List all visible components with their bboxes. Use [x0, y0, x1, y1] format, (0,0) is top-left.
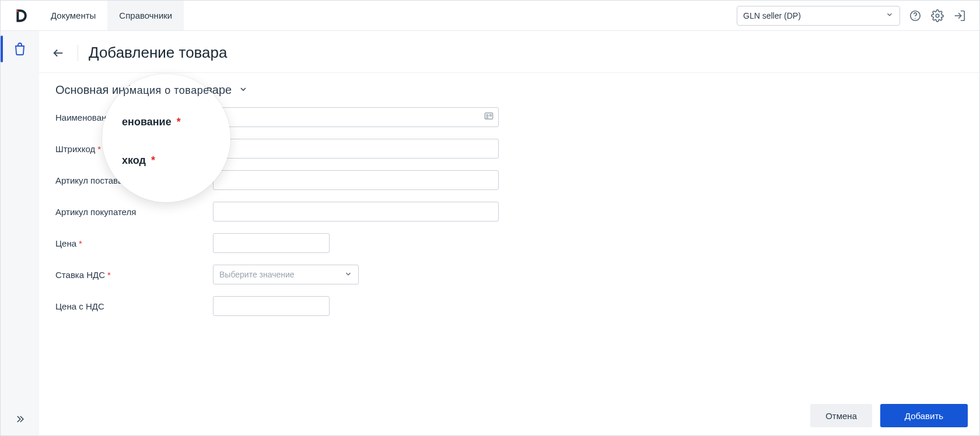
cancel-button[interactable]: Отмена	[810, 404, 872, 427]
nav-directories-label: Справочники	[119, 10, 172, 20]
app-logo	[1, 1, 39, 30]
sidebar	[1, 31, 39, 435]
required-mark: *	[107, 270, 111, 280]
row-name: Наименование*	[55, 107, 963, 127]
divider	[78, 45, 78, 61]
topbar-right: GLN seller (DP)	[737, 1, 979, 30]
sidebar-expand[interactable]	[1, 413, 39, 425]
chevron-down-icon	[239, 83, 248, 97]
label-vat-rate: Ставка НДС*	[55, 270, 213, 280]
row-barcode: Штрихкод*	[55, 139, 963, 159]
label-price: Цена*	[55, 238, 213, 248]
section-header[interactable]: Основная информация о товаре	[55, 83, 963, 97]
svg-point-2	[936, 14, 939, 17]
topbar: Документы Справочники GLN seller (DP)	[1, 1, 979, 31]
chevrons-right-icon	[14, 413, 26, 425]
logout-icon	[953, 9, 966, 22]
label-price-with-vat: Цена с НДС	[55, 301, 213, 311]
chevron-down-icon	[886, 10, 894, 20]
input-article-buyer[interactable]	[213, 202, 499, 221]
card-icon[interactable]	[484, 111, 494, 124]
select-vat-rate[interactable]: Выберите значение	[213, 265, 359, 284]
shopping-bag-icon	[13, 42, 27, 56]
label-barcode: Штрихкод*	[55, 144, 213, 154]
content: Добавление товара Основная информация о …	[39, 31, 979, 435]
input-barcode[interactable]	[213, 139, 499, 159]
label-name: Наименование*	[55, 112, 213, 122]
chevron-down-icon	[344, 270, 352, 280]
logo-icon	[12, 8, 28, 24]
help-button[interactable]	[908, 9, 922, 23]
row-price-with-vat: Цена с НДС	[55, 296, 963, 316]
svg-point-1	[915, 17, 916, 19]
role-selector[interactable]: GLN seller (DP)	[737, 6, 900, 26]
input-article-supplier[interactable]	[213, 170, 499, 190]
section-title: Основная информация о товаре	[55, 83, 232, 97]
role-selector-label: GLN seller (DP)	[743, 11, 801, 20]
select-vat-rate-placeholder: Выберите значение	[219, 270, 295, 279]
arrow-left-icon	[52, 47, 65, 59]
back-button[interactable]	[50, 44, 67, 62]
row-price: Цена*	[55, 233, 963, 253]
label-article-supplier: Артикул поставщика	[55, 175, 213, 185]
nav-documents[interactable]: Документы	[39, 1, 107, 30]
row-article-buyer: Артикул покупателя	[55, 202, 963, 221]
gear-icon	[931, 9, 944, 22]
form-footer: Отмена Добавить	[810, 404, 968, 427]
input-price-with-vat[interactable]	[213, 296, 330, 316]
top-nav: Документы Справочники	[39, 1, 184, 30]
settings-button[interactable]	[930, 9, 944, 23]
submit-button[interactable]: Добавить	[880, 404, 968, 427]
nav-documents-label: Документы	[51, 10, 96, 20]
page-title: Добавление товара	[89, 44, 228, 62]
label-article-buyer: Артикул покупателя	[55, 207, 213, 217]
required-mark: *	[97, 144, 101, 154]
sidebar-item-products[interactable]	[10, 39, 30, 59]
input-price[interactable]	[213, 233, 330, 253]
required-mark: *	[118, 112, 122, 122]
row-vat-rate: Ставка НДС* Выберите значение	[55, 265, 963, 284]
nav-directories[interactable]: Справочники	[107, 1, 184, 30]
required-mark: *	[79, 238, 82, 248]
page-header: Добавление товара	[39, 31, 979, 72]
row-article-supplier: Артикул поставщика	[55, 170, 963, 190]
logout-button[interactable]	[953, 9, 967, 23]
section-basic-info: Основная информация о товаре Наименовани…	[39, 73, 979, 332]
svg-point-6	[487, 115, 488, 117]
help-icon	[909, 9, 922, 22]
input-name[interactable]	[213, 107, 499, 127]
